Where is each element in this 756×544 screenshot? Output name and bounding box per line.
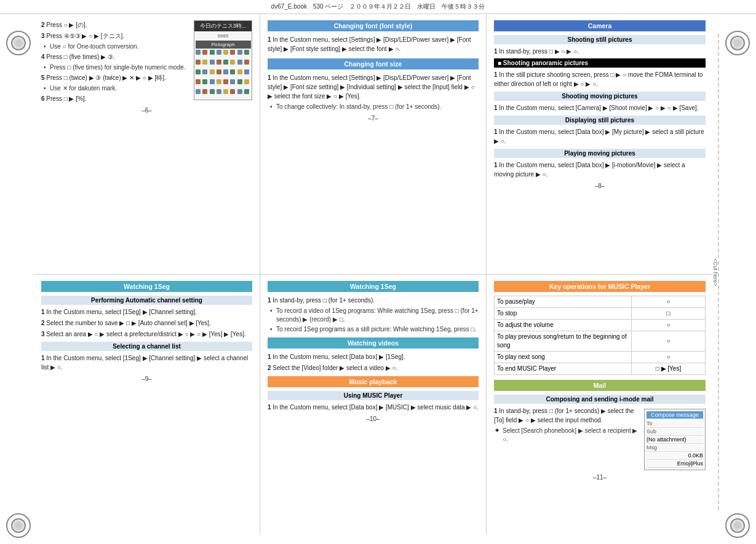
p6-diamond1: Select [Search phonebook] ▶ select a rec… [494, 427, 640, 444]
p4-step2: 2 Select the number to save ▶ □ ▶ [Auto … [41, 318, 252, 328]
panel-4: Watching 1Seg Performing Automatic chann… [34, 275, 260, 535]
p1-bullet3: Use ✕ for dakuten mark. [41, 84, 252, 93]
key-cell: ○ [631, 296, 705, 307]
action-cell: To pause/play [495, 296, 632, 307]
pictograph-title: 今日のテニス3時... [194, 21, 252, 31]
corner-decoration-tr [725, 31, 750, 55]
p1-pagenum: –6– [41, 107, 252, 114]
p4-sub2: Selecting a channel list [41, 342, 252, 351]
compose-attach-value: (No attachment) [647, 436, 703, 443]
compose-sub-value [665, 428, 703, 435]
compose-attach-row: (No attachment) [647, 436, 703, 444]
p3-pagenum: –8– [494, 183, 706, 189]
panel-3: Camera Shooting still pictures 1 In stan… [487, 14, 713, 275]
p1-bullet2: Press □ (five times) for single-byte num… [41, 63, 252, 72]
p5-step1: 1 In stand-by, press □ (for 1+ seconds). [268, 296, 479, 305]
p3-sub1: Shooting still pictures [494, 35, 706, 44]
panel-5: Watching 1Seg 1 In stand-by, press □ (fo… [260, 275, 487, 535]
table-row: To pause/play ○ [495, 296, 706, 307]
table-row: To stop □ [495, 307, 706, 319]
corner-decoration-tl [6, 31, 31, 55]
table-row: To adjust the volume ○ [495, 319, 706, 331]
main-content: 今日のテニス3時... 9985 Pictograph [34, 14, 713, 535]
p2-bullet1: To change collectively: In stand-by, pre… [268, 103, 479, 111]
p6-mail-text: 1 In stand-by, press □ (for 1+ seconds) … [494, 406, 640, 470]
panel-6: Key operations for MUSIC Player To pause… [487, 275, 713, 535]
p5-heading1: Watching 1Seg [268, 281, 479, 292]
key-cell: □ [631, 307, 705, 319]
compose-msg-row: Msg [647, 444, 703, 452]
p2-content1: 1 In the Custom menu, select [Settings] … [268, 35, 479, 53]
table-row: To end MUSIC Player □ ▶ [Yes] [495, 363, 706, 374]
p5-heading2: Watching videos [268, 337, 479, 349]
p5-sub1: Using MUSIC Player [268, 391, 479, 400]
p2-heading1: Changing font (font style) [268, 20, 479, 31]
action-cell: To stop [495, 307, 632, 319]
p3-sub3: Displaying still pictures [494, 116, 706, 125]
compose-sub-label: Sub [647, 428, 665, 435]
p4-pagenum: –9– [41, 376, 252, 382]
panel-1: 今日のテニス3時... 9985 Pictograph [34, 14, 260, 275]
compose-to-label: To [647, 420, 665, 427]
p3-panoramic: 1 In the still picture shooting screen, … [494, 70, 706, 89]
p5-bullet1: To record a video of 1Seg programs: Whil… [268, 307, 479, 324]
compose-msg-value [665, 444, 703, 451]
panel-2: Changing font (font style) 1 In the Cust… [260, 14, 487, 275]
p6-mail-section: 1 In stand-by, press □ (for 1+ seconds) … [494, 406, 706, 470]
key-cell: □ ▶ [Yes] [631, 363, 705, 374]
compose-msg-label: Msg [647, 444, 665, 451]
header-text: dv67_E.book 530 ページ ２００９年４月２２日 水曜日 午後５時３… [271, 3, 485, 10]
p3-sub4: Playing moving pictures [494, 149, 706, 158]
p5-heading3: Music playback [268, 376, 479, 387]
key-cell: ○ [631, 351, 705, 363]
p5-pagenum: –10– [268, 416, 479, 422]
p6-mail-step1: 1 In stand-by, press □ (for 1+ seconds) … [494, 406, 640, 425]
p4-ch-step1: 1 In the Custom menu, select [1Seg] ▶ [C… [41, 353, 252, 372]
p3-display: 1 In the Custom menu, select [Data box] … [494, 127, 706, 146]
p5-bullet2: To record 1Seg programs as a still pictu… [268, 325, 479, 334]
p6-heading1: Key operations for MUSIC Player [494, 281, 706, 292]
p6-pagenum: –11– [494, 474, 706, 481]
page-header: dv67_E.book 530 ページ ２００９年４月２２日 水曜日 午後５時３… [0, 0, 756, 14]
key-cell: ○ [631, 319, 705, 331]
p6-sub1: Composing and sending i-mode mail [494, 395, 706, 404]
p2-content2: 1 In the Custom menu, select [Settings] … [268, 73, 479, 101]
p2-heading2: Changing font size [268, 58, 479, 69]
table-row: To play next song ○ [495, 351, 706, 363]
p6-heading2: Mail [494, 380, 706, 391]
p5-vid1: 1 In the Custom menu, select [Data box] … [268, 352, 479, 361]
corner-decoration-bl [6, 513, 31, 538]
p3-still: 1 In stand-by, press □ ▶ ○ ▶ ○. [494, 47, 706, 56]
p4-sub1: Performing Automatic channel setting [41, 296, 252, 305]
p4-heading: Watching 1Seg [41, 281, 252, 292]
p5-music1: 1 In the Custom menu, select [Data box] … [268, 403, 479, 412]
corner-decoration-br [725, 513, 750, 538]
compose-message-box: Compose message To Sub (No attachment) M… [644, 409, 706, 470]
key-operations-table: To pause/play ○ To stop □ To adjust the … [494, 296, 706, 375]
table-row: To play previous song/return to the begi… [495, 331, 706, 351]
compose-sub-row: Sub [647, 428, 703, 436]
action-cell: To play next song [495, 351, 632, 363]
key-cell: ○ [631, 331, 705, 351]
compose-emoji-value: Emoji|Plus [647, 460, 703, 467]
compose-size-value: 0.0KB [647, 452, 703, 459]
compose-to-row: To [647, 420, 703, 428]
p3-play: 1 In the Custom menu, select [Data box] … [494, 160, 706, 179]
compose-to-value [665, 420, 703, 427]
cut-line: <Cut here> [718, 34, 719, 510]
p3-panoramic-heading: ■ Shooting panoramic pictures [494, 58, 706, 68]
p3-moving: 1 In the Custom menu, select [Camera] ▶ … [494, 103, 706, 112]
p2-pagenum: –7– [268, 115, 479, 122]
compose-emoji-row: Emoji|Plus [647, 460, 703, 468]
p4-step3: 3 Select an area ▶ ○ ▶ select a prefectu… [41, 329, 252, 339]
p1-bullet1: Use ○ for One-touch conversion. [41, 42, 252, 51]
action-cell: To play previous song/return to the begi… [495, 331, 632, 351]
action-cell: To end MUSIC Player [495, 363, 632, 374]
p3-main-heading: Camera [494, 20, 706, 31]
p3-sub2: Shooting moving pictures [494, 92, 706, 101]
p4-step1: 1 In the Custom menu, select [1Seg] ▶ [C… [41, 307, 252, 317]
compose-title: Compose message [647, 411, 703, 419]
compose-size-row: 0.0KB [647, 452, 703, 460]
action-cell: To adjust the volume [495, 319, 632, 331]
p5-vid2: 2 Select the [Video] folder ▶ select a v… [268, 363, 479, 373]
